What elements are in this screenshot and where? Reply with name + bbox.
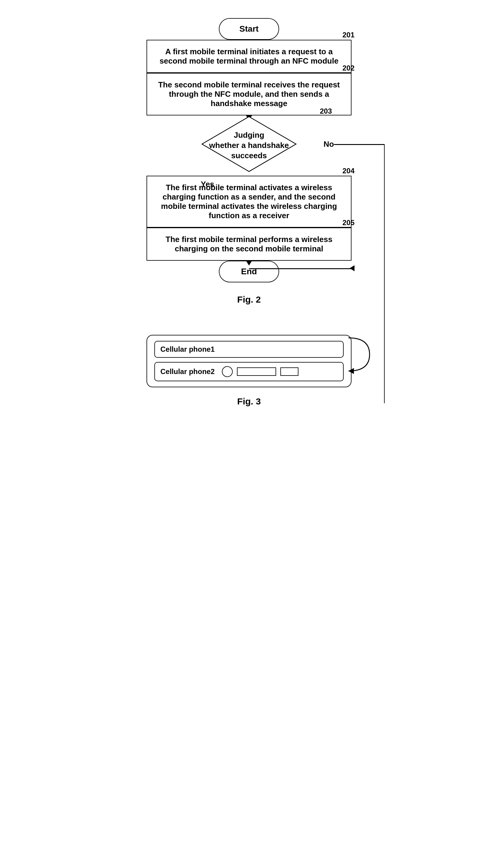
start-label: Start bbox=[239, 24, 259, 34]
step-205-box: The first mobile terminal performs a wir… bbox=[146, 228, 352, 261]
step-202-label: 202 bbox=[342, 64, 354, 72]
no-hline-top bbox=[334, 144, 385, 145]
step-201-text: A first mobile terminal initiates a requ… bbox=[159, 47, 339, 65]
svg-marker-1 bbox=[349, 368, 354, 374]
step-201-box: A first mobile terminal initiates a requ… bbox=[146, 40, 352, 73]
flowchart: Start 201 A first mobile terminal initia… bbox=[113, 18, 385, 305]
fig3-phone2-row: Cellular phone2 bbox=[154, 362, 344, 381]
fig2-label: Fig. 2 bbox=[237, 294, 261, 305]
fig3-bar2 bbox=[280, 368, 299, 376]
step-205-label: 205 bbox=[342, 218, 354, 227]
fig3-container: Cellular phone1 Cellular phone2 bbox=[146, 335, 352, 387]
yes-label: Yes bbox=[201, 179, 214, 189]
fig3-circle-icon bbox=[222, 366, 233, 377]
no-vline-right bbox=[384, 144, 385, 403]
fig3-phone2-label: Cellular phone2 bbox=[160, 368, 215, 376]
step-202-text: The second mobile terminal receives the … bbox=[158, 80, 340, 108]
fig3-phone1-row: Cellular phone1 bbox=[154, 341, 344, 358]
step-204-text: The first mobile terminal activates a wi… bbox=[161, 183, 337, 220]
step-205-text: The first mobile terminal performs a wir… bbox=[166, 235, 332, 253]
fig3-label: Fig. 3 bbox=[237, 396, 261, 406]
step-203-text: Judgingwhether a handshakesucceeds bbox=[209, 130, 289, 161]
step-204-label: 204 bbox=[342, 167, 354, 175]
no-arrowhead-left bbox=[350, 265, 354, 271]
step-203-diamond: Judgingwhether a handshakesucceeds bbox=[198, 116, 300, 176]
step-203-label: 203 bbox=[320, 107, 332, 116]
no-label: No bbox=[324, 139, 334, 149]
step-201-label: 201 bbox=[342, 31, 354, 39]
fig3-phone1-label: Cellular phone1 bbox=[160, 345, 215, 353]
no-hline-bottom bbox=[249, 268, 352, 269]
fig3-bar1 bbox=[237, 368, 276, 376]
fig3-area: Cellular phone1 Cellular phone2 Fig. 3 bbox=[113, 335, 385, 406]
fig3-curved-arrow bbox=[342, 335, 372, 371]
start-terminal: Start bbox=[219, 18, 279, 40]
step-204-box: The first mobile terminal activates a wi… bbox=[146, 176, 352, 228]
